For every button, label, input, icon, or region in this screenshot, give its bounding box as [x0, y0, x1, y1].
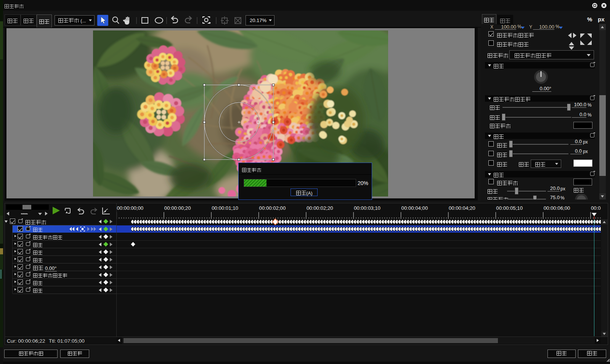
svg-text:00:00:04;20: 00:00:04;20: [449, 205, 475, 211]
svg-text:00:00:05;10: 00:00:05;10: [496, 205, 523, 211]
svg-text:00:00:00;00: 00:00:00;00: [117, 205, 144, 211]
svg-text:00:00:03;10: 00:00:03;10: [354, 205, 380, 211]
svg-text:00:00:04;00: 00:00:04;00: [401, 205, 428, 211]
svg-text:00:00:00;20: 00:00:00;20: [164, 205, 191, 211]
svg-text:00:00:06;00: 00:00:06;00: [544, 205, 570, 211]
svg-text:00:0: 00:0: [591, 205, 601, 211]
svg-text:00:00:02;00: 00:00:02;00: [259, 205, 286, 211]
svg-text:00:00:02;20: 00:00:02;20: [307, 205, 333, 211]
svg-text:00:00:01;10: 00:00:01;10: [212, 205, 238, 211]
